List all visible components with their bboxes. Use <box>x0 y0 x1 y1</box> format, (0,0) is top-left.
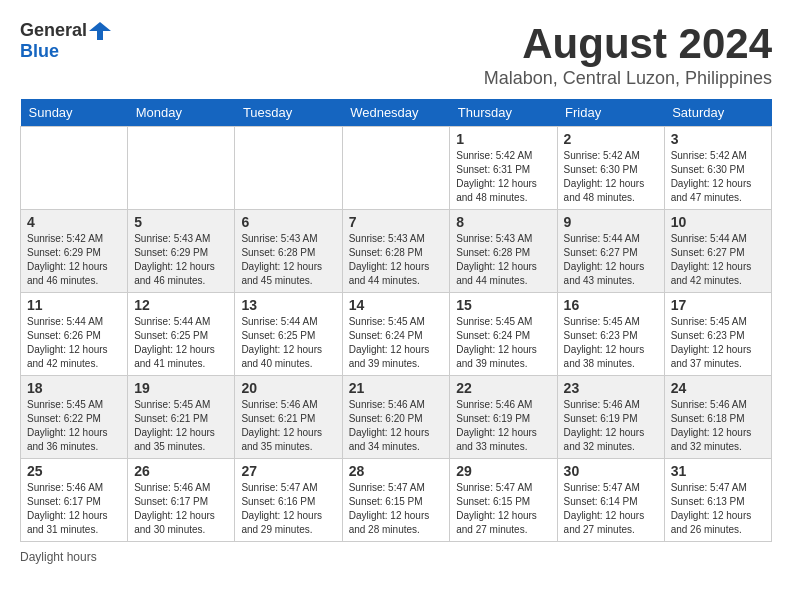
day-number: 10 <box>671 214 765 230</box>
calendar-cell: 21Sunrise: 5:46 AM Sunset: 6:20 PM Dayli… <box>342 376 450 459</box>
day-number: 11 <box>27 297 121 313</box>
daylight-label: Daylight hours <box>20 550 97 564</box>
day-info: Sunrise: 5:43 AM Sunset: 6:28 PM Dayligh… <box>456 232 550 288</box>
calendar-cell: 27Sunrise: 5:47 AM Sunset: 6:16 PM Dayli… <box>235 459 342 542</box>
day-header-wednesday: Wednesday <box>342 99 450 127</box>
logo: General Blue <box>20 20 111 62</box>
day-number: 6 <box>241 214 335 230</box>
day-number: 3 <box>671 131 765 147</box>
calendar-cell: 17Sunrise: 5:45 AM Sunset: 6:23 PM Dayli… <box>664 293 771 376</box>
calendar-cell <box>235 127 342 210</box>
day-number: 24 <box>671 380 765 396</box>
day-number: 17 <box>671 297 765 313</box>
day-info: Sunrise: 5:42 AM Sunset: 6:30 PM Dayligh… <box>671 149 765 205</box>
calendar-cell <box>128 127 235 210</box>
day-header-sunday: Sunday <box>21 99 128 127</box>
calendar-cell: 14Sunrise: 5:45 AM Sunset: 6:24 PM Dayli… <box>342 293 450 376</box>
day-number: 12 <box>134 297 228 313</box>
calendar-cell: 4Sunrise: 5:42 AM Sunset: 6:29 PM Daylig… <box>21 210 128 293</box>
day-info: Sunrise: 5:46 AM Sunset: 6:17 PM Dayligh… <box>27 481 121 537</box>
logo-general-text: General <box>20 21 87 41</box>
calendar-cell: 12Sunrise: 5:44 AM Sunset: 6:25 PM Dayli… <box>128 293 235 376</box>
day-number: 18 <box>27 380 121 396</box>
day-info: Sunrise: 5:47 AM Sunset: 6:15 PM Dayligh… <box>349 481 444 537</box>
day-info: Sunrise: 5:45 AM Sunset: 6:22 PM Dayligh… <box>27 398 121 454</box>
calendar-week-3: 11Sunrise: 5:44 AM Sunset: 6:26 PM Dayli… <box>21 293 772 376</box>
day-info: Sunrise: 5:45 AM Sunset: 6:24 PM Dayligh… <box>349 315 444 371</box>
page-header: General Blue August 2024 Malabon, Centra… <box>20 20 772 89</box>
day-info: Sunrise: 5:45 AM Sunset: 6:24 PM Dayligh… <box>456 315 550 371</box>
day-number: 31 <box>671 463 765 479</box>
day-info: Sunrise: 5:46 AM Sunset: 6:18 PM Dayligh… <box>671 398 765 454</box>
title-section: August 2024 Malabon, Central Luzon, Phil… <box>484 20 772 89</box>
calendar-cell: 6Sunrise: 5:43 AM Sunset: 6:28 PM Daylig… <box>235 210 342 293</box>
day-info: Sunrise: 5:44 AM Sunset: 6:27 PM Dayligh… <box>564 232 658 288</box>
day-header-tuesday: Tuesday <box>235 99 342 127</box>
day-number: 27 <box>241 463 335 479</box>
calendar-week-4: 18Sunrise: 5:45 AM Sunset: 6:22 PM Dayli… <box>21 376 772 459</box>
day-info: Sunrise: 5:44 AM Sunset: 6:26 PM Dayligh… <box>27 315 121 371</box>
calendar-cell: 16Sunrise: 5:45 AM Sunset: 6:23 PM Dayli… <box>557 293 664 376</box>
calendar-cell <box>21 127 128 210</box>
calendar-week-2: 4Sunrise: 5:42 AM Sunset: 6:29 PM Daylig… <box>21 210 772 293</box>
day-info: Sunrise: 5:42 AM Sunset: 6:31 PM Dayligh… <box>456 149 550 205</box>
day-number: 22 <box>456 380 550 396</box>
day-info: Sunrise: 5:45 AM Sunset: 6:21 PM Dayligh… <box>134 398 228 454</box>
calendar-cell: 31Sunrise: 5:47 AM Sunset: 6:13 PM Dayli… <box>664 459 771 542</box>
calendar-cell: 7Sunrise: 5:43 AM Sunset: 6:28 PM Daylig… <box>342 210 450 293</box>
day-header-saturday: Saturday <box>664 99 771 127</box>
calendar-cell: 25Sunrise: 5:46 AM Sunset: 6:17 PM Dayli… <box>21 459 128 542</box>
day-info: Sunrise: 5:47 AM Sunset: 6:16 PM Dayligh… <box>241 481 335 537</box>
day-number: 28 <box>349 463 444 479</box>
calendar-week-5: 25Sunrise: 5:46 AM Sunset: 6:17 PM Dayli… <box>21 459 772 542</box>
calendar-cell: 10Sunrise: 5:44 AM Sunset: 6:27 PM Dayli… <box>664 210 771 293</box>
day-number: 4 <box>27 214 121 230</box>
day-number: 5 <box>134 214 228 230</box>
day-header-monday: Monday <box>128 99 235 127</box>
day-info: Sunrise: 5:47 AM Sunset: 6:14 PM Dayligh… <box>564 481 658 537</box>
day-info: Sunrise: 5:46 AM Sunset: 6:19 PM Dayligh… <box>456 398 550 454</box>
day-info: Sunrise: 5:42 AM Sunset: 6:30 PM Dayligh… <box>564 149 658 205</box>
day-number: 7 <box>349 214 444 230</box>
day-info: Sunrise: 5:44 AM Sunset: 6:25 PM Dayligh… <box>134 315 228 371</box>
calendar-cell: 30Sunrise: 5:47 AM Sunset: 6:14 PM Dayli… <box>557 459 664 542</box>
calendar-cell: 20Sunrise: 5:46 AM Sunset: 6:21 PM Dayli… <box>235 376 342 459</box>
day-number: 1 <box>456 131 550 147</box>
day-number: 30 <box>564 463 658 479</box>
location-text: Malabon, Central Luzon, Philippines <box>484 68 772 89</box>
day-info: Sunrise: 5:44 AM Sunset: 6:25 PM Dayligh… <box>241 315 335 371</box>
day-info: Sunrise: 5:43 AM Sunset: 6:28 PM Dayligh… <box>349 232 444 288</box>
calendar-cell: 22Sunrise: 5:46 AM Sunset: 6:19 PM Dayli… <box>450 376 557 459</box>
day-info: Sunrise: 5:46 AM Sunset: 6:21 PM Dayligh… <box>241 398 335 454</box>
calendar-cell: 2Sunrise: 5:42 AM Sunset: 6:30 PM Daylig… <box>557 127 664 210</box>
calendar-cell: 29Sunrise: 5:47 AM Sunset: 6:15 PM Dayli… <box>450 459 557 542</box>
logo-blue-text: Blue <box>20 42 111 62</box>
day-header-friday: Friday <box>557 99 664 127</box>
header-row: SundayMondayTuesdayWednesdayThursdayFrid… <box>21 99 772 127</box>
calendar-cell: 23Sunrise: 5:46 AM Sunset: 6:19 PM Dayli… <box>557 376 664 459</box>
day-number: 2 <box>564 131 658 147</box>
calendar-cell: 13Sunrise: 5:44 AM Sunset: 6:25 PM Dayli… <box>235 293 342 376</box>
calendar-cell: 26Sunrise: 5:46 AM Sunset: 6:17 PM Dayli… <box>128 459 235 542</box>
day-info: Sunrise: 5:47 AM Sunset: 6:15 PM Dayligh… <box>456 481 550 537</box>
day-info: Sunrise: 5:46 AM Sunset: 6:20 PM Dayligh… <box>349 398 444 454</box>
day-number: 29 <box>456 463 550 479</box>
day-number: 26 <box>134 463 228 479</box>
day-number: 13 <box>241 297 335 313</box>
day-info: Sunrise: 5:43 AM Sunset: 6:29 PM Dayligh… <box>134 232 228 288</box>
day-info: Sunrise: 5:44 AM Sunset: 6:27 PM Dayligh… <box>671 232 765 288</box>
day-info: Sunrise: 5:47 AM Sunset: 6:13 PM Dayligh… <box>671 481 765 537</box>
calendar-cell: 3Sunrise: 5:42 AM Sunset: 6:30 PM Daylig… <box>664 127 771 210</box>
calendar-cell: 5Sunrise: 5:43 AM Sunset: 6:29 PM Daylig… <box>128 210 235 293</box>
calendar-cell: 18Sunrise: 5:45 AM Sunset: 6:22 PM Dayli… <box>21 376 128 459</box>
day-number: 20 <box>241 380 335 396</box>
month-title: August 2024 <box>484 20 772 68</box>
calendar-cell: 24Sunrise: 5:46 AM Sunset: 6:18 PM Dayli… <box>664 376 771 459</box>
calendar-cell: 11Sunrise: 5:44 AM Sunset: 6:26 PM Dayli… <box>21 293 128 376</box>
day-number: 25 <box>27 463 121 479</box>
calendar-cell: 19Sunrise: 5:45 AM Sunset: 6:21 PM Dayli… <box>128 376 235 459</box>
calendar-week-1: 1Sunrise: 5:42 AM Sunset: 6:31 PM Daylig… <box>21 127 772 210</box>
day-header-thursday: Thursday <box>450 99 557 127</box>
day-number: 15 <box>456 297 550 313</box>
day-info: Sunrise: 5:43 AM Sunset: 6:28 PM Dayligh… <box>241 232 335 288</box>
